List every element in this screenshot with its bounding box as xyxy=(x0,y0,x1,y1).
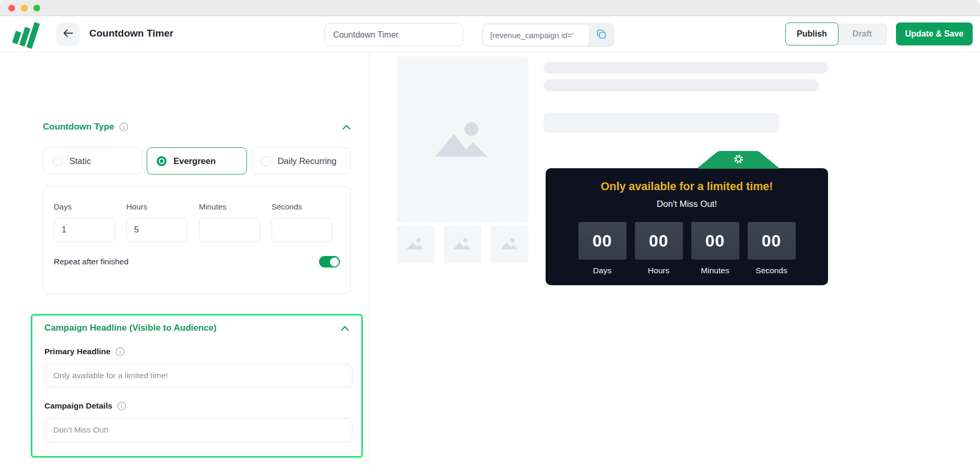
campaign-details-input[interactable] xyxy=(44,418,352,442)
repeat-toggle[interactable] xyxy=(319,256,340,267)
counter-days: 00 Days xyxy=(578,222,627,275)
duration-label: Minutes xyxy=(199,202,260,211)
duration-field-minutes: Minutes xyxy=(199,202,260,242)
duration-field-days: Days xyxy=(54,202,115,242)
hours-input[interactable] xyxy=(126,218,187,242)
duration-label: Days xyxy=(54,202,115,211)
image-placeholder-icon xyxy=(431,116,494,162)
traffic-light-close[interactable] xyxy=(8,5,15,11)
macos-titlebar xyxy=(0,0,980,16)
shortcode-field: [revenue_campaign id=' xyxy=(482,23,615,47)
radio-option-daily-recurring[interactable]: Daily Recurring xyxy=(251,147,351,174)
primary-headline-label-row: Primary Headline xyxy=(44,347,349,356)
info-icon[interactable] xyxy=(117,401,126,411)
radio-label: Static xyxy=(69,156,91,166)
draft-button[interactable]: Draft xyxy=(834,24,887,45)
countdown-widget-preview: Only available for a limited time! Don't… xyxy=(546,168,828,285)
countdown-type-title: Countdown Type xyxy=(43,122,114,132)
radio-option-evergreen[interactable]: Evergreen xyxy=(147,147,246,174)
seconds-input[interactable] xyxy=(271,218,333,242)
campaign-details-label: Campaign Details xyxy=(44,401,112,411)
preview-panel: Only available for a limited time! Don't… xyxy=(370,52,980,466)
counter-row: 00 Days 00 Hours 00 Minutes 00 Seconds xyxy=(546,222,828,275)
radio-checked-icon xyxy=(157,156,167,166)
counter-seconds: 00 Seconds xyxy=(748,222,796,275)
gear-icon xyxy=(697,151,780,167)
editor-panel: Countdown Type Static Evergreen Daily Re… xyxy=(0,52,370,466)
widget-headline: Only available for a limited time! xyxy=(546,168,828,193)
info-icon[interactable] xyxy=(119,122,128,132)
campaign-headline-section-header[interactable]: Campaign Headline (Visible to Audience) xyxy=(44,323,349,333)
product-image-placeholder xyxy=(397,56,528,222)
counter-value: 00 xyxy=(578,222,627,260)
campaign-headline-section: Campaign Headline (Visible to Audience) … xyxy=(31,314,363,458)
radio-label: Evergreen xyxy=(173,156,216,166)
thumbnail-placeholder xyxy=(491,226,528,263)
app-header: Countdown Timer [revenue_campaign id=' P… xyxy=(0,16,980,52)
campaign-headline-title: Campaign Headline (Visible to Audience) xyxy=(44,323,217,333)
duration-card: Days Hours Minutes Seconds Repeat after … xyxy=(43,186,351,294)
counter-value: 00 xyxy=(748,222,796,260)
brand-logo-icon xyxy=(13,19,41,50)
primary-headline-input[interactable] xyxy=(44,364,352,388)
duration-label: Seconds xyxy=(271,202,333,211)
radio-unchecked-icon xyxy=(53,156,63,166)
image-placeholder-icon xyxy=(452,236,473,253)
campaign-details-label-row: Campaign Details xyxy=(44,401,349,411)
counter-label: Minutes xyxy=(691,266,739,275)
thumbnail-placeholder xyxy=(397,226,434,263)
page-title: Countdown Timer xyxy=(89,28,173,39)
campaign-name-input[interactable] xyxy=(324,23,463,46)
copy-icon xyxy=(595,28,607,42)
counter-value: 00 xyxy=(691,222,739,260)
countdown-type-section-header[interactable]: Countdown Type xyxy=(43,122,351,132)
counter-minutes: 00 Minutes xyxy=(691,222,739,275)
duration-field-seconds: Seconds xyxy=(271,202,333,242)
back-arrow-icon xyxy=(63,29,74,40)
counter-label: Seconds xyxy=(748,266,796,275)
update-save-button[interactable]: Update & Save xyxy=(896,22,973,45)
radio-unchecked-icon xyxy=(261,156,271,166)
shortcode-text[interactable]: [revenue_campaign id=' xyxy=(483,25,589,45)
chevron-up-icon[interactable] xyxy=(342,124,351,130)
minutes-input[interactable] xyxy=(199,218,260,242)
skeleton-line xyxy=(544,62,828,74)
back-button[interactable] xyxy=(56,22,80,46)
repeat-after-finished-row: Repeat after finished xyxy=(54,256,340,267)
image-placeholder-icon xyxy=(405,236,426,253)
image-placeholder-icon xyxy=(499,236,520,253)
radio-label: Daily Recurring xyxy=(278,156,337,166)
publish-button[interactable]: Publish xyxy=(785,22,839,45)
widget-settings-tab[interactable] xyxy=(697,149,780,169)
duration-field-hours: Hours xyxy=(126,202,187,242)
traffic-light-minimize[interactable] xyxy=(21,5,28,11)
thumbnail-placeholder xyxy=(444,226,481,263)
app-window: Countdown Timer [revenue_campaign id=' P… xyxy=(0,0,980,466)
info-icon[interactable] xyxy=(115,347,125,356)
counter-label: Days xyxy=(578,266,627,275)
counter-hours: 00 Hours xyxy=(635,222,683,275)
repeat-after-finished-label: Repeat after finished xyxy=(54,257,128,266)
chevron-up-icon[interactable] xyxy=(340,325,349,331)
countdown-type-options: Static Evergreen Daily Recurring xyxy=(43,147,351,174)
copy-shortcode-button[interactable] xyxy=(589,25,613,45)
skeleton-line xyxy=(544,79,819,91)
duration-fields: Days Hours Minutes Seconds xyxy=(54,202,340,242)
traffic-light-zoom[interactable] xyxy=(33,5,40,11)
counter-value: 00 xyxy=(635,222,683,260)
duration-label: Hours xyxy=(126,202,187,211)
header-actions: Publish Draft Update & Save xyxy=(785,22,973,45)
radio-option-static[interactable]: Static xyxy=(43,147,143,174)
widget-subheadline: Don't Miss Out! xyxy=(546,199,828,209)
skeleton-block xyxy=(544,113,780,133)
primary-headline-label: Primary Headline xyxy=(44,347,111,356)
days-input[interactable] xyxy=(54,218,115,242)
counter-label: Hours xyxy=(635,266,683,275)
